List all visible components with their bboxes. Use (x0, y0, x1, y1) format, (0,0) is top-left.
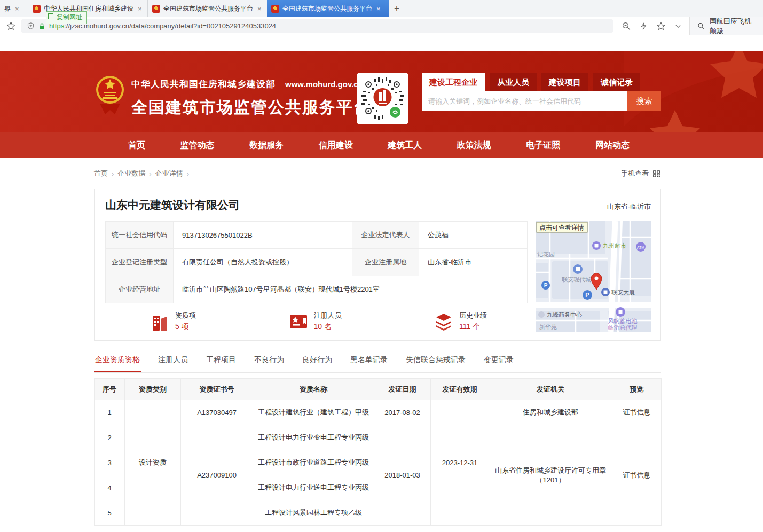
tab-close-icon[interactable]: × (256, 5, 263, 13)
company-name: 山东中元建筑设计有限公司 (105, 198, 240, 213)
map-label-battery2: 临沂总代理 (608, 324, 638, 331)
nav-ecert[interactable]: 电子证照 (526, 140, 560, 151)
col-category: 资质类别 (125, 379, 181, 400)
copy-icon (50, 15, 54, 20)
cell-authority: 山东省住房和城乡建设厅许可专用章 （1201） (489, 425, 612, 526)
bookmark-star-icon[interactable] (0, 21, 21, 31)
tab-registered-personnel[interactable]: 注册人员 (157, 352, 189, 372)
map-label-supermarket: 九州超市 (603, 242, 626, 249)
tab-dishonesty[interactable]: 失信联合惩戒记录 (405, 352, 467, 372)
tab-good-behavior[interactable]: 良好行为 (301, 352, 333, 372)
breadcrumb-separator-icon: › (149, 170, 151, 178)
map-label-business-center: 九峰商务中心 (547, 311, 582, 318)
col-issue-date: 发证日期 (374, 379, 431, 400)
stat-value: 111 个 (459, 322, 487, 332)
map-label-battery1: 风帆蓄电池 (608, 318, 638, 324)
breadcrumb-separator-icon: › (112, 170, 114, 178)
favorite-star-icon[interactable] (656, 21, 666, 31)
cell-authority: 住房和城乡建设部 (489, 400, 612, 425)
tab-bar: 界 × 中华人民共和国住房和城乡建设 × 全国建筑市场监管公共服务平台 × 全国… (0, 0, 763, 17)
company-info-table: 统一社会信用代码 91371302675501022B 企业法定代表人 公茂福 … (105, 221, 528, 303)
cell-cert-no: A137030497 (181, 400, 253, 425)
credit-code-value: 91371302675501022B (174, 222, 352, 249)
mobile-view-label: 手机查看 (621, 169, 649, 178)
field-label: 企业经营地址 (106, 276, 174, 303)
nav-credit[interactable]: 信用建设 (319, 140, 353, 151)
stat-qualifications: 资质项5 项 (151, 311, 196, 332)
company-region: 山东省-临沂市 (607, 202, 651, 212)
breadcrumb: 首页 › 企业数据 › 企业详情 › 手机查看 (94, 168, 661, 179)
main-navigation: 首页 监管动态 数据服务 信用建设 建筑工人 政策法规 电子证照 网站动态 (0, 132, 763, 158)
copy-url-label: 复制网址 (57, 13, 82, 22)
breadcrumb-company-data[interactable]: 企业数据 (117, 169, 145, 178)
browser-search-box[interactable]: 国航回应飞机颠簸 (689, 17, 763, 35)
tab-close-icon[interactable]: × (137, 5, 143, 13)
banner-titles: 中华人民共和国住房和城乡建设部www.mohurd.gov.cn 全国建筑市场监… (131, 78, 371, 119)
company-stats: 资质项5 项 注册人员10 名 历史业绩111 个 (105, 311, 516, 332)
stat-history: 历史业绩111 个 (434, 311, 487, 332)
field-label: 企业注册属地 (352, 249, 419, 276)
legal-rep-value: 公茂福 (419, 222, 528, 249)
url-row: https://jzsc.mohurd.gov.cn/data/company/… (0, 17, 763, 35)
location-map[interactable]: 九州超市 ATM 记花园 联安现代城 P P 联安大厦 九峰商务中心 风帆蓄电池… (536, 221, 651, 332)
map-label-xinhua: 新华苑 (539, 324, 557, 330)
browser-chrome: 界 × 中华人民共和国住房和城乡建设 × 全国建筑市场监管公共服务平台 × 全国… (0, 0, 763, 35)
breadcrumb-company-detail[interactable]: 企业详情 (155, 169, 183, 178)
stat-label: 资质项 (175, 311, 196, 320)
mobile-view[interactable]: 手机查看 (621, 169, 661, 178)
address-bar[interactable]: https://jzsc.mohurd.gov.cn/data/company/… (21, 19, 613, 33)
company-card: 山东中元建筑设计有限公司 山东省-临沂市 统一社会信用代码 9137130267… (94, 189, 661, 341)
flash-icon[interactable] (640, 21, 648, 31)
nav-workers[interactable]: 建筑工人 (388, 140, 422, 151)
tab-close-icon[interactable]: × (14, 5, 20, 13)
map-label-garden: 记花园 (537, 251, 555, 257)
col-seq: 序号 (95, 379, 125, 400)
tab-changes[interactable]: 变更记录 (483, 352, 515, 372)
zoom-out-icon[interactable] (622, 21, 631, 31)
nav-supervision[interactable]: 监管动态 (180, 140, 215, 151)
layers-icon (434, 311, 454, 332)
certificate-info-link[interactable]: 证书信息 (612, 400, 662, 425)
search-tab-enterprise[interactable]: 建设工程企业 (422, 73, 485, 91)
stat-value: 5 项 (175, 322, 196, 332)
cell-issue-date: 2018-01-03 (374, 425, 431, 526)
browser-tab-0[interactable]: 界 × (0, 0, 28, 17)
keyword-search-input[interactable] (422, 91, 627, 111)
breadcrumb-home[interactable]: 首页 (94, 169, 108, 178)
field-label: 企业法定代表人 (352, 222, 419, 249)
tab-blacklist[interactable]: 黑名单记录 (349, 352, 389, 372)
cell-cert-no: A237009100 (181, 425, 253, 526)
nav-home[interactable]: 首页 (128, 140, 145, 151)
lock-icon (38, 22, 45, 30)
col-cert-no: 资质证书号 (181, 379, 253, 400)
search-tab-credit[interactable]: 诚信记录 (593, 73, 640, 91)
cell-name: 工程设计建筑行业（建筑工程）甲级 (253, 400, 374, 425)
chevron-down-icon[interactable] (674, 22, 682, 30)
page-content: 首页 › 企业数据 › 企业详情 › 手机查看 山东中元建筑设计有限公司 山东省… (94, 168, 661, 526)
certificate-info-link[interactable]: 证书信息 (612, 425, 662, 526)
search-tab-project[interactable]: 建设项目 (541, 73, 588, 91)
tab-bad-behavior[interactable]: 不良行为 (253, 352, 285, 372)
tab-projects[interactable]: 工程项目 (205, 352, 237, 372)
stat-label: 注册人员 (314, 311, 342, 320)
browser-tab-2[interactable]: 全国建筑市场监管公共服务平台 × (147, 0, 267, 17)
cell-seq: 3 (95, 450, 125, 475)
map-label-modern-city: 联安现代城 (562, 276, 591, 283)
nav-site-news[interactable]: 网站动态 (595, 140, 630, 151)
detail-tabs: 企业资质资格 注册人员 工程项目 不良行为 良好行为 黑名单记录 失信联合惩戒记… (94, 352, 661, 373)
search-tab-personnel[interactable]: 从业人员 (490, 73, 537, 91)
new-tab-button[interactable]: + (389, 0, 405, 17)
search-button[interactable]: 搜索 (627, 91, 661, 111)
nav-policy[interactable]: 政策法规 (457, 140, 491, 151)
col-name: 资质名称 (253, 379, 374, 400)
browser-tab-3-active[interactable]: 全国建筑市场监管公共服务平台 × (267, 0, 389, 17)
tab-qualifications[interactable]: 企业资质资格 (94, 352, 141, 372)
tab-label: 全国建筑市场监管公共服务平台 (282, 4, 372, 13)
breadcrumb-separator-icon: › (187, 170, 189, 178)
cell-name: 工程设计风景园林工程专项乙级 (253, 500, 374, 526)
map-tooltip: 点击可查看详情 (539, 224, 584, 231)
nav-data-service[interactable]: 数据服务 (249, 140, 284, 151)
tab-close-icon[interactable]: × (375, 5, 382, 13)
certificate-icon (288, 311, 309, 332)
search-icon (697, 21, 705, 30)
